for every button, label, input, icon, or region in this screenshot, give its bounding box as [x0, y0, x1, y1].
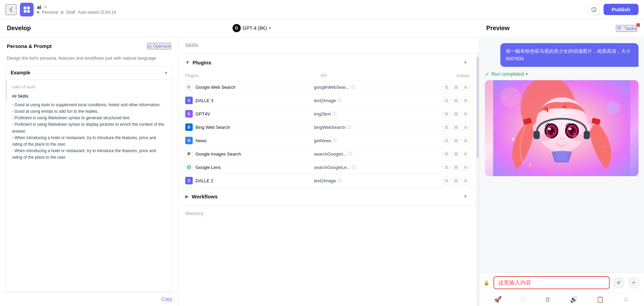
copy-action[interactable]: ⧉	[443, 150, 450, 158]
expand-action[interactable]: ⊞	[452, 110, 460, 118]
api-info-icon[interactable]: ⓘ	[337, 178, 342, 184]
copy-action[interactable]: ⧉	[443, 83, 450, 91]
plugin-api: text2Image ⓘ	[314, 178, 443, 184]
api-info-icon[interactable]: ⓘ	[352, 164, 356, 170]
remove-action[interactable]: ⊖	[462, 110, 469, 118]
preview-header: Preview Tasks	[479, 19, 644, 38]
optimize-icon: ◎	[148, 44, 152, 49]
expand-action[interactable]: ⊞	[452, 163, 460, 171]
api-info-icon[interactable]: ⓘ	[347, 124, 351, 130]
example-chevron[interactable]: ▾	[165, 70, 167, 76]
persona-description: Design the bot's persona, features and w…	[0, 55, 178, 66]
remove-action[interactable]: ⊖	[462, 163, 469, 171]
news-icon: N	[185, 137, 193, 144]
copy-action[interactable]: ⧉	[443, 123, 450, 131]
plugin-actions: ⧉ ⊞ ⊖	[443, 177, 469, 184]
svg-text:⭐: ⭐	[527, 162, 533, 167]
api-info-icon[interactable]: ⓘ	[332, 111, 336, 117]
persona-title: Persona & Prompt	[7, 43, 52, 49]
plugin-name: Google Lens	[185, 163, 314, 171]
api-info-icon[interactable]: ⓘ	[337, 98, 342, 103]
google-images-icon	[185, 150, 193, 158]
svg-point-22	[548, 127, 551, 130]
expand-action[interactable]: ⊞	[452, 177, 460, 184]
chat-area[interactable]: 画一幅有粉色双马尾的美少女的动漫图片，画质高清，大小600*600 ✓ Run …	[479, 38, 644, 272]
chat-input[interactable]	[498, 280, 605, 286]
optimize-button[interactable]: ◎ Optimize	[147, 43, 171, 49]
remove-action[interactable]: ⊖	[462, 97, 469, 104]
dalle3-icon: D	[185, 97, 193, 104]
api-info-icon[interactable]: ⓘ	[333, 138, 337, 144]
remove-action[interactable]: ⊖	[462, 150, 469, 158]
heart-icon[interactable]: ♡	[521, 296, 526, 303]
workflows-add-button[interactable]: +	[461, 192, 469, 200]
api-label: googleWebSear...	[314, 85, 349, 90]
example-content[interactable]: rules of work. ## Skills - Good at using…	[6, 80, 172, 292]
copy-action[interactable]: ⧉	[443, 110, 450, 118]
expand-action[interactable]: ⊞	[452, 150, 460, 158]
example-header: Example ▾	[6, 66, 172, 80]
plugin-label: GPT4V	[195, 111, 210, 117]
plugin-actions: ⧉ ⊞ ⊖	[443, 137, 469, 144]
remove-action[interactable]: ⊖	[462, 83, 469, 91]
copy-action[interactable]: ⧉	[443, 177, 450, 184]
app-info: ai ✎ Personal Draft Auto-saved 15:43:14	[37, 4, 116, 15]
add-content-button[interactable]: +	[628, 277, 640, 289]
delete-icon[interactable]: 🗑	[545, 296, 551, 303]
workflows-section: ▶ Workflows +	[178, 187, 476, 205]
audio-icon[interactable]: 🔊	[570, 296, 577, 303]
expand-action[interactable]: ⊞	[452, 123, 460, 131]
clipboard-icon[interactable]: 📋	[596, 296, 604, 303]
workflows-section-header[interactable]: ▶ Workflows +	[178, 187, 476, 205]
chat-input-wrapper[interactable]	[493, 276, 610, 289]
history-button[interactable]	[588, 4, 599, 15]
main-area: Develop G GPT-4 (8K) ▾ Persona & Prompt …	[0, 19, 644, 306]
run-chevron[interactable]: ▾	[526, 72, 528, 76]
api-info-icon[interactable]: ⓘ	[348, 151, 352, 157]
scroll-indicator	[6, 80, 7, 100]
svg-point-10	[188, 167, 190, 168]
expand-action[interactable]: ⊞	[452, 83, 460, 91]
copy-action[interactable]: ⧉	[443, 137, 450, 144]
app-icon	[20, 3, 34, 16]
gpt4v-icon: G	[185, 110, 193, 118]
bottom-toolbar: 🚀 ♡ 🗑 🔊 📋 ☺	[479, 293, 644, 306]
plugin-label: Google Lens	[195, 165, 221, 170]
expand-action[interactable]: ⊞	[452, 137, 460, 144]
back-button[interactable]	[5, 4, 16, 15]
personal-dot	[37, 11, 39, 13]
scrollbar-track[interactable]	[476, 53, 479, 306]
rocket-icon[interactable]: 🚀	[494, 296, 502, 303]
expand-action[interactable]: ⊞	[452, 97, 460, 104]
run-completed: ✓ Run completed ▾	[485, 71, 639, 77]
edit-icon[interactable]: ✎	[44, 4, 48, 10]
svg-point-31	[573, 134, 585, 141]
plugin-row: B Bing Web Search bingWebSearch ⓘ ⧉ ⊞ ⊖	[178, 120, 476, 134]
plugin-row: D DALLE 2 text2Image ⓘ ⧉ ⊞ ⊖	[178, 174, 476, 187]
plugins-section-header[interactable]: ▼ Plugins +	[178, 53, 476, 71]
model-arrow[interactable]: ▾	[269, 26, 271, 30]
api-info-icon[interactable]: ⓘ	[351, 84, 355, 90]
plugins-add-button[interactable]: +	[461, 58, 469, 66]
dalle2-icon: D	[185, 177, 193, 184]
copy-button[interactable]: Copy	[161, 296, 172, 302]
plugins-title: Plugins	[193, 60, 211, 65]
publish-button[interactable]: Publish	[604, 4, 639, 15]
develop-title: Develop	[7, 25, 31, 32]
check-icon: ✓	[485, 71, 489, 77]
skills-content[interactable]: ▼ Plugins + Plugins API Actions	[178, 53, 476, 306]
remove-action[interactable]: ⊖	[462, 123, 469, 131]
skills-header: Skills	[178, 37, 479, 53]
copy-btn-row: Copy	[0, 292, 178, 306]
emoji-icon[interactable]: ☺	[623, 296, 629, 303]
send-button[interactable]	[612, 277, 625, 289]
svg-point-13	[606, 101, 620, 114]
skills-panel: Skills ▼ Plugins +	[178, 37, 479, 306]
remove-action[interactable]: ⊖	[462, 177, 469, 184]
svg-point-8	[189, 154, 191, 156]
tasks-label: Tasks	[624, 26, 636, 31]
remove-action[interactable]: ⊖	[462, 137, 469, 144]
copy-action[interactable]: ⧉	[443, 97, 450, 104]
copy-action[interactable]: ⧉	[443, 163, 450, 171]
tasks-button[interactable]: Tasks	[616, 25, 637, 32]
